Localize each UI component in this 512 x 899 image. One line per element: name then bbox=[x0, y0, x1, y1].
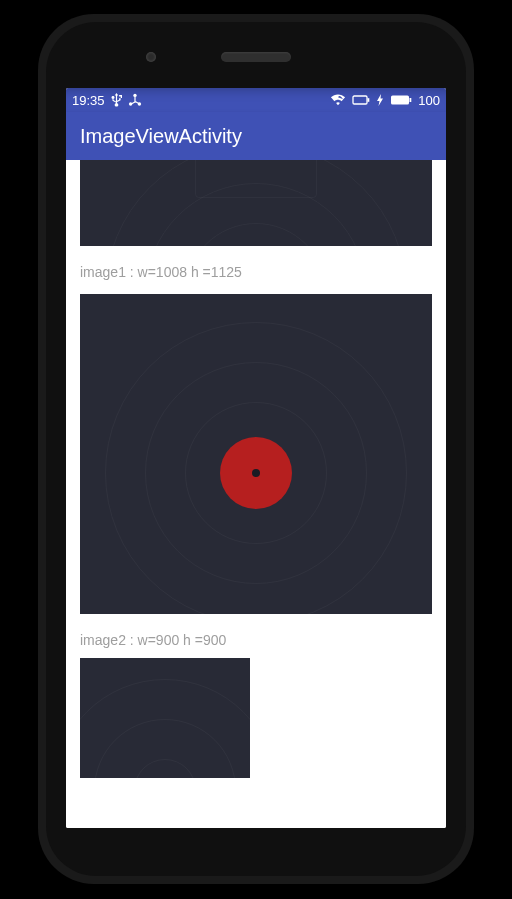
bolt-icon bbox=[376, 94, 384, 106]
svg-rect-4 bbox=[368, 98, 370, 102]
wifi-icon bbox=[330, 94, 346, 106]
battery-percent: 100 bbox=[418, 94, 440, 107]
svg-rect-5 bbox=[391, 96, 409, 105]
status-bar: 19:35 bbox=[66, 88, 446, 112]
front-camera bbox=[146, 52, 156, 62]
screen[interactable]: 19:35 bbox=[66, 88, 446, 828]
battery-icon bbox=[390, 94, 412, 106]
app-title: ImageViewActivity bbox=[80, 125, 242, 148]
phone-body: 19:35 bbox=[38, 14, 474, 884]
image-panel-1 bbox=[80, 294, 432, 614]
phone-bezel: 19:35 bbox=[46, 22, 466, 876]
svg-rect-6 bbox=[410, 98, 412, 102]
app-bar: ImageViewActivity bbox=[66, 112, 446, 160]
image-label-1: image1 : w=1008 h =1125 bbox=[80, 264, 432, 280]
content-scroll[interactable]: image1 : w=1008 h =1125 image2 : w=900 h… bbox=[66, 160, 446, 828]
svg-rect-3 bbox=[353, 96, 367, 104]
battery-outline-icon bbox=[352, 94, 370, 106]
record-icon bbox=[220, 437, 292, 509]
status-time: 19:35 bbox=[72, 94, 105, 107]
image-panel-2 bbox=[80, 658, 250, 778]
image-label-2: image2 : w=900 h =900 bbox=[80, 632, 432, 648]
speaker-grille bbox=[221, 52, 291, 62]
image-panel-0 bbox=[80, 160, 432, 246]
usb-icon bbox=[111, 93, 122, 107]
share-icon bbox=[128, 93, 142, 107]
